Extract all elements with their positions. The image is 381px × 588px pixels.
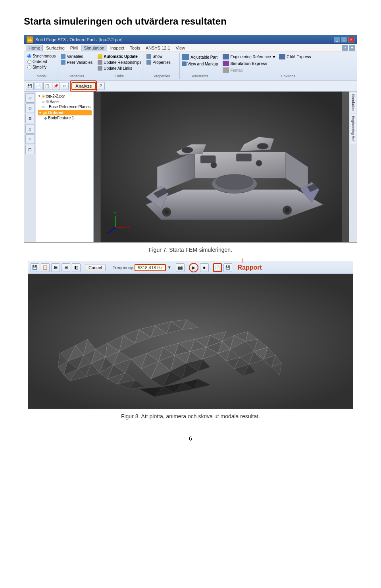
menu-pmi[interactable]: PMI bbox=[68, 45, 81, 51]
fem-tb-undo[interactable]: ◧ bbox=[72, 263, 81, 272]
se-right-tabs: Simulation Engineering Ref bbox=[349, 92, 357, 242]
variables-items: Variables Peer Variables bbox=[60, 54, 93, 73]
svg-text:X: X bbox=[128, 225, 131, 229]
tb-copy[interactable]: 📋 bbox=[43, 82, 51, 90]
tree-base-label: Base bbox=[50, 100, 59, 104]
tree-ordered-children: ◆ BodyFeature 1 bbox=[38, 115, 92, 121]
svg-point-22 bbox=[256, 160, 262, 166]
ribbon-peer-variables[interactable]: Peer Variables bbox=[60, 59, 93, 65]
ribbon-femap[interactable]: Femap bbox=[222, 67, 243, 73]
ribbon-ordered[interactable]: Ordered bbox=[27, 59, 56, 64]
page-number: 6 bbox=[24, 435, 357, 442]
menu-home[interactable]: Home bbox=[26, 45, 43, 51]
svg-point-18 bbox=[164, 210, 169, 214]
properties-items: Show Properties bbox=[146, 54, 178, 73]
properties-group-label: Properties bbox=[146, 74, 178, 78]
left-btn-6[interactable]: ◫ bbox=[25, 145, 35, 154]
fem-freq-dropdown[interactable]: ▼ bbox=[167, 265, 171, 270]
variables-icon bbox=[61, 54, 65, 59]
menu-view[interactable]: View bbox=[173, 45, 188, 51]
environs-group-label: Environs bbox=[222, 74, 354, 78]
fem-viewport bbox=[28, 274, 353, 409]
ribbon: Synchronous Ordered Simplify Model Varia… bbox=[24, 52, 357, 80]
help-btn[interactable]: ? bbox=[342, 45, 348, 51]
menu-surfacing[interactable]: Surfacing bbox=[44, 45, 67, 51]
tree-base[interactable]: ▷ ⊞ Base bbox=[42, 99, 92, 104]
tb-new[interactable]: 📄 bbox=[35, 82, 42, 90]
ribbon-properties-group: Show Properties Properties bbox=[144, 53, 180, 79]
fem-stop-button[interactable]: ■ bbox=[200, 263, 209, 272]
ordered-radio[interactable] bbox=[27, 60, 31, 64]
small-toolbar: 💾 📄 📋 📌 ↩ Analyze ? bbox=[24, 80, 357, 92]
page-title: Starta simuleringen och utvärdera result… bbox=[24, 16, 357, 27]
ribbon-variables[interactable]: Variables bbox=[60, 54, 93, 59]
tree-arrow-planes: ▷ bbox=[42, 105, 45, 109]
tree-filename: top-2-2.par bbox=[46, 94, 65, 98]
titlebar-left: SE Solid Edge ST3 - Ordered Part - [top-… bbox=[27, 36, 123, 43]
ribbon-sim-express[interactable]: Simulation Express bbox=[222, 60, 268, 67]
tb-undo[interactable]: ↩ bbox=[61, 82, 69, 90]
ribbon-min-btn[interactable]: ▼ bbox=[349, 45, 355, 51]
assistants-items: Adjustable Part View and Markup bbox=[181, 54, 218, 73]
fig8-caption: Figur 8. Att plotta, animera och skriva … bbox=[24, 413, 357, 419]
fem-cancel-button[interactable]: Cancel bbox=[85, 264, 106, 271]
tree-planes-label: Base Reference Planes bbox=[49, 105, 90, 109]
fem-play-button[interactable]: ▶ bbox=[189, 263, 198, 272]
tb-paste[interactable]: 📌 bbox=[52, 82, 60, 90]
synchronous-radio[interactable] bbox=[27, 54, 31, 58]
fem-tb-screenshot[interactable]: 📷 bbox=[176, 263, 185, 272]
menu-simulation[interactable]: Simulation bbox=[81, 45, 107, 51]
fem-toolbar: 💾 📋 ⊞ ⊟ ◧ Cancel Frequency 5318,418 Hz ▼… bbox=[28, 261, 353, 274]
view-markup-icon bbox=[182, 61, 187, 66]
svg-text:Y: Y bbox=[114, 211, 117, 215]
ribbon-update-all-links[interactable]: Update All Links bbox=[97, 65, 142, 71]
view-markup-label: View and Markup bbox=[187, 62, 218, 66]
tree-file-item[interactable]: ▼ ◈ top-2-2.par bbox=[38, 93, 92, 99]
ribbon-cam-express[interactable]: CAM Express bbox=[278, 54, 312, 60]
fem-frequency-value: 5318,418 Hz bbox=[135, 264, 165, 271]
eng-ref-tab[interactable]: Engineering Ref bbox=[350, 113, 356, 144]
fem-tb-new[interactable]: 📋 bbox=[41, 263, 50, 272]
left-btn-1[interactable]: ⊞ bbox=[25, 93, 35, 103]
ribbon-properties[interactable]: Properties bbox=[146, 59, 178, 65]
left-btn-4[interactable]: △ bbox=[25, 124, 35, 134]
cam-icon bbox=[279, 54, 285, 59]
tree-base-ref-planes[interactable]: ▷ □ Base Reference Planes bbox=[42, 104, 92, 109]
close-btn[interactable]: ✕ bbox=[348, 37, 354, 42]
menu-tools[interactable]: Tools bbox=[127, 45, 142, 51]
ribbon-auto-update[interactable]: Automatic Update bbox=[97, 54, 142, 59]
tree-children: ▷ ⊞ Base ▷ □ Base Reference Planes bbox=[38, 99, 92, 109]
fem-tb-save[interactable]: 💾 bbox=[31, 263, 39, 272]
ribbon-simplify[interactable]: Simplify bbox=[27, 65, 56, 70]
ribbon-synchronous[interactable]: Synchronous bbox=[27, 54, 56, 59]
update-all-label: Update All Links bbox=[104, 66, 132, 71]
femap-icon bbox=[223, 67, 229, 73]
tb-save[interactable]: 💾 bbox=[26, 82, 34, 90]
fem-report-button[interactable]: 📄 bbox=[213, 263, 222, 272]
simplify-radio[interactable] bbox=[27, 65, 31, 69]
sim-exp-label: Simulation Express bbox=[230, 61, 267, 66]
menu-inspect[interactable]: Inspect bbox=[108, 45, 127, 51]
tree-ordered-item[interactable]: ▼ 📁 Ordered bbox=[38, 110, 92, 115]
peer-variables-icon bbox=[61, 60, 65, 65]
left-btn-2[interactable]: ⊡ bbox=[25, 103, 35, 113]
ribbon-update-relationships[interactable]: Update Relationships bbox=[97, 59, 142, 65]
menu-ansys[interactable]: ANSYS 12.1 bbox=[143, 45, 173, 51]
analyze-button[interactable]: Analyze bbox=[71, 82, 96, 90]
left-btn-3[interactable]: ⊟ bbox=[25, 114, 35, 123]
tree-body-feature[interactable]: ◆ BodyFeature 1 bbox=[44, 115, 92, 121]
fem-save-button[interactable]: 💾 bbox=[223, 263, 232, 272]
eng-ref-icon bbox=[223, 54, 229, 59]
ribbon-show[interactable]: Show bbox=[146, 54, 178, 59]
restore-btn[interactable]: □ bbox=[341, 37, 347, 42]
minimize-btn[interactable]: _ bbox=[334, 37, 340, 42]
left-btn-5[interactable]: ○ bbox=[25, 134, 35, 144]
se-logo: SE bbox=[27, 36, 33, 43]
fem-tb-paste[interactable]: ⊟ bbox=[62, 263, 70, 272]
fem-tb-copy[interactable]: ⊞ bbox=[51, 263, 60, 272]
ribbon-eng-ref[interactable]: Engineering Reference ▼ bbox=[222, 54, 277, 60]
ribbon-adjustable-part[interactable]: Adjustable Part bbox=[181, 54, 218, 61]
tb-help[interactable]: ? bbox=[97, 82, 105, 90]
femap-label: Femap bbox=[230, 68, 242, 73]
simulation-tab[interactable]: Simulation bbox=[350, 92, 356, 113]
